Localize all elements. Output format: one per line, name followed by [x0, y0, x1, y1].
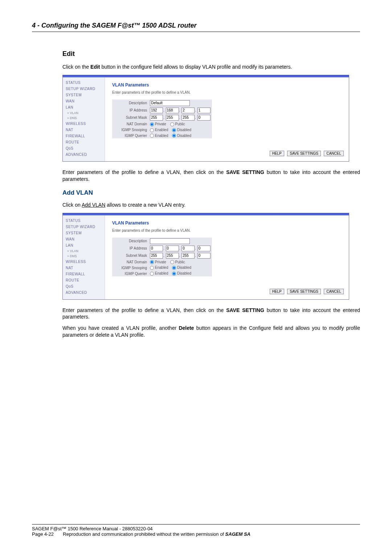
shot-body: STATUS SETUP WIZARD SYSTEM WAN LAN » VLA…	[63, 77, 349, 161]
panel: VLAN Parameters Enter parameters of the …	[105, 77, 349, 161]
sidebar-item-qos[interactable]: QoS	[63, 145, 105, 151]
description-input[interactable]	[150, 100, 190, 106]
mask-octet-1[interactable]	[150, 253, 163, 259]
dot: .	[195, 246, 196, 250]
description-input[interactable]	[150, 238, 190, 244]
panel-desc: Enter parameters of the profile to defin…	[112, 90, 344, 94]
radio-label-enabled: Enabled	[155, 266, 168, 270]
label-description: Description	[112, 238, 148, 245]
add-after: Enter parameters of the profile to defin…	[62, 307, 360, 321]
radio-label-public: Public	[175, 260, 185, 264]
sidebar-item-advanced[interactable]: ADVANCED	[63, 289, 105, 296]
sidebar-subitem-dns[interactable]: » DNS	[63, 254, 105, 259]
snoop-enabled-radio[interactable]	[150, 266, 154, 270]
radio-label-enabled: Enabled	[155, 134, 168, 138]
radio-label-private: Private	[155, 122, 166, 126]
sidebar-item-wireless[interactable]: WIRELESS	[63, 121, 105, 127]
sidebar-item-firewall[interactable]: FIREWALL	[63, 271, 105, 277]
add-intro: Click on Add VLAN allows to create a new…	[62, 202, 360, 208]
text: Enter parameters of the profile to defin…	[62, 307, 226, 313]
sidebar-item-system[interactable]: SYSTEM	[63, 230, 105, 236]
querier-enabled-radio[interactable]	[150, 272, 154, 276]
label-mask: Subnet Mask	[112, 114, 148, 121]
sidebar-subitem-vlan[interactable]: » VLAN	[63, 248, 105, 254]
sidebar-item-lan[interactable]: LAN	[63, 104, 105, 110]
sidebar-item-firewall[interactable]: FIREWALL	[63, 133, 105, 139]
sidebar-item-route[interactable]: ROUTE	[63, 277, 105, 283]
ip-octet-3[interactable]	[181, 246, 195, 251]
ip-octet-2[interactable]	[166, 108, 179, 113]
ip-octet-4[interactable]	[197, 246, 211, 251]
ip-octet-1[interactable]	[150, 108, 163, 113]
radio-label-public: Public	[175, 122, 185, 126]
cancel-button[interactable]: CANCEL	[324, 289, 344, 294]
text-bold: Edit	[90, 64, 100, 70]
querier-disabled-radio[interactable]	[172, 272, 176, 276]
save-settings-button[interactable]: SAVE SETTINGS	[287, 289, 321, 294]
mask-octet-1[interactable]	[150, 115, 163, 121]
sidebar-subitem-dns[interactable]: » DNS	[63, 116, 105, 121]
sidebar-item-wan[interactable]: WAN	[63, 236, 105, 242]
panel: VLAN Parameters Enter parameters of the …	[105, 215, 349, 299]
nat-private-radio[interactable]	[150, 260, 154, 264]
dot: .	[179, 246, 181, 250]
edit-intro: Click on the Edit button in the configur…	[62, 64, 360, 70]
dot: .	[195, 254, 196, 258]
mask-octet-4[interactable]	[197, 253, 211, 259]
footer-text: Reproduction and communication prohibite…	[63, 531, 225, 537]
label-nat: NAT Domain	[112, 259, 148, 265]
sidebar-item-nat[interactable]: NAT	[63, 127, 105, 133]
panel-title: VLAN Parameters	[112, 220, 344, 226]
save-settings-button[interactable]: SAVE SETTINGS	[287, 151, 321, 156]
radio-label-disabled: Disabled	[177, 266, 191, 270]
snoop-disabled-radio[interactable]	[172, 128, 176, 132]
sidebar-item-system[interactable]: SYSTEM	[63, 92, 105, 98]
ip-octet-3[interactable]	[181, 108, 195, 113]
radio-label-private: Private	[155, 260, 166, 264]
dot: .	[179, 116, 181, 119]
nat-private-radio[interactable]	[150, 122, 154, 126]
querier-disabled-radio[interactable]	[172, 134, 176, 138]
mask-octet-3[interactable]	[181, 253, 195, 259]
snoop-enabled-radio[interactable]	[150, 128, 154, 132]
sidebar-item-nat[interactable]: NAT	[63, 265, 105, 271]
mask-octet-2[interactable]	[166, 115, 179, 121]
sidebar-item-qos[interactable]: QoS	[63, 283, 105, 289]
sidebar-item-wan[interactable]: WAN	[63, 98, 105, 104]
mask-octet-2[interactable]	[166, 253, 179, 259]
edit-after: Enter parameters of the profile to defin…	[62, 169, 360, 183]
ip-octet-1[interactable]	[150, 246, 163, 251]
nat-public-radio[interactable]	[170, 260, 174, 264]
querier-enabled-radio[interactable]	[150, 134, 154, 138]
mask-octet-4[interactable]	[197, 115, 211, 121]
cancel-button[interactable]: CANCEL	[324, 151, 344, 156]
sidebar-item-status[interactable]: STATUS	[63, 218, 105, 224]
sidebar-item-setup-wizard[interactable]: SETUP WIZARD	[63, 86, 105, 92]
help-button[interactable]: HELP	[270, 151, 284, 156]
label-querier: IGMP Querier	[112, 271, 148, 276]
page: 4 - Configuring the SAGEM F@st™ 1500 ADS…	[0, 0, 392, 555]
sidebar-item-advanced[interactable]: ADVANCED	[63, 151, 105, 158]
nat-public-radio[interactable]	[170, 122, 174, 126]
sidebar-item-wireless[interactable]: WIRELESS	[63, 259, 105, 265]
dot: .	[179, 108, 181, 112]
snoop-disabled-radio[interactable]	[172, 266, 176, 270]
sidebar-subitem-vlan[interactable]: » VLAN	[63, 110, 105, 116]
text: button in the configure field allows to …	[100, 64, 292, 70]
sidebar-item-lan[interactable]: LAN	[63, 242, 105, 248]
dot: .	[195, 116, 196, 119]
label-nat: NAT Domain	[112, 121, 148, 127]
sidebar-item-status[interactable]: STATUS	[63, 80, 105, 86]
form-table: Description IP Address . . .	[112, 238, 212, 277]
content-column: Edit Click on the Edit button in the con…	[62, 50, 360, 339]
ip-octet-2[interactable]	[166, 246, 179, 251]
shot-body: STATUS SETUP WIZARD SYSTEM WAN LAN » VLA…	[63, 215, 349, 299]
sidebar-item-setup-wizard[interactable]: SETUP WIZARD	[63, 224, 105, 230]
dot: .	[163, 108, 165, 112]
mask-octet-3[interactable]	[181, 115, 195, 121]
sidebar-item-route[interactable]: ROUTE	[63, 139, 105, 145]
dot: .	[195, 108, 196, 112]
panel-title: VLAN Parameters	[112, 82, 344, 88]
ip-octet-4[interactable]	[197, 108, 211, 113]
help-button[interactable]: HELP	[270, 289, 284, 294]
